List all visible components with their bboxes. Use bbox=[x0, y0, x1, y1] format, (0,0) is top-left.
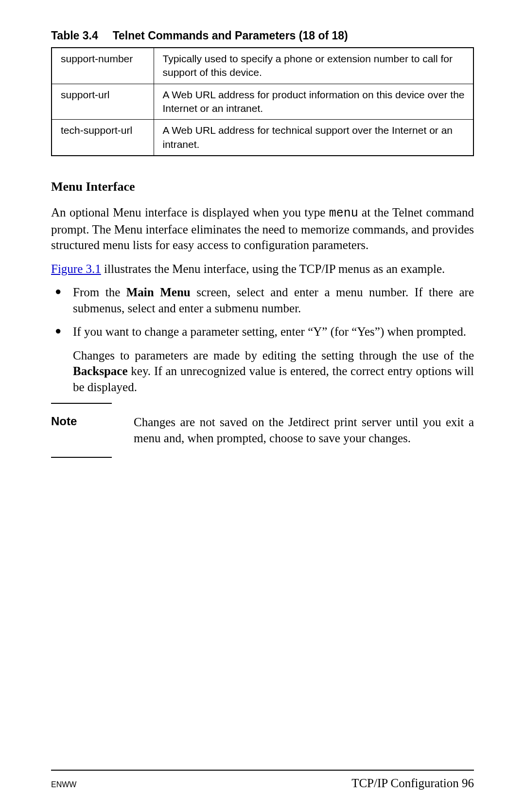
list-follow-paragraph: Changes to parameters are made by editin… bbox=[51, 348, 474, 396]
cmd-cell: tech-support-url bbox=[52, 120, 154, 156]
list-item: If you want to change a parameter settin… bbox=[51, 324, 474, 340]
note-row: Note Changes are not saved on the Jetdir… bbox=[51, 415, 474, 446]
note-rule-bottom bbox=[51, 457, 112, 458]
body-paragraph: An optional Menu interface is displayed … bbox=[51, 205, 474, 253]
para-text: illustrates the Menu interface, using th… bbox=[101, 262, 445, 275]
cmd-cell: support-number bbox=[52, 48, 154, 84]
section-heading: Menu Interface bbox=[51, 180, 474, 194]
para-text: key. If an unrecognized value is entered… bbox=[73, 364, 474, 394]
li-bold: Main Menu bbox=[126, 286, 191, 299]
footer-left: ENWW bbox=[51, 780, 76, 789]
commands-table: support-number Typically used to specify… bbox=[51, 47, 474, 156]
table-row: support-url A Web URL address for produc… bbox=[52, 84, 473, 120]
footer-row: ENWW TCP/IP Configuration 96 bbox=[51, 776, 474, 790]
figure-link[interactable]: Figure 3.1 bbox=[51, 262, 101, 275]
bullet-list: From the Main Menu screen, select and en… bbox=[51, 285, 474, 340]
note-label: Note bbox=[51, 415, 134, 446]
para-bold: Backspace bbox=[73, 364, 128, 378]
note-rule-top bbox=[51, 403, 112, 404]
li-text: If you want to change a parameter settin… bbox=[73, 325, 466, 338]
desc-cell: Typically used to specify a phone or ext… bbox=[154, 48, 473, 84]
footer-rule bbox=[51, 770, 474, 771]
li-text: From the bbox=[73, 286, 126, 299]
mono-text: menu bbox=[329, 206, 358, 220]
body-paragraph: Figure 3.1 illustrates the Menu interfac… bbox=[51, 261, 474, 277]
list-item: From the Main Menu screen, select and en… bbox=[51, 285, 474, 316]
para-text: Changes to parameters are made by editin… bbox=[73, 349, 474, 362]
table-number: Table 3.4 bbox=[51, 29, 98, 42]
page-footer: ENWW TCP/IP Configuration 96 bbox=[51, 770, 474, 790]
note-text: Changes are not saved on the Jetdirect p… bbox=[134, 415, 474, 446]
para-text: An optional Menu interface is displayed … bbox=[51, 206, 329, 219]
desc-cell: A Web URL address for product informatio… bbox=[154, 84, 473, 120]
desc-cell: A Web URL address for technical support … bbox=[154, 120, 473, 156]
table-title: Telnet Commands and Parameters (18 of 18… bbox=[113, 29, 348, 42]
cmd-cell: support-url bbox=[52, 84, 154, 120]
table-row: support-number Typically used to specify… bbox=[52, 48, 473, 84]
table-row: tech-support-url A Web URL address for t… bbox=[52, 120, 473, 156]
footer-right: TCP/IP Configuration 96 bbox=[351, 776, 474, 790]
table-caption: Table 3.4Telnet Commands and Parameters … bbox=[51, 29, 474, 42]
note-block: Note Changes are not saved on the Jetdir… bbox=[51, 403, 474, 458]
